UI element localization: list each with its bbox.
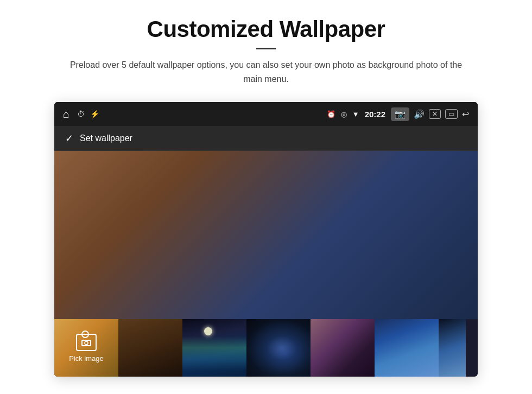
usb-icon: ⚡ (90, 110, 99, 118)
wallpaper-thumb-5[interactable] (375, 319, 439, 377)
location-icon: ◎ (341, 110, 347, 118)
svg-point-1 (85, 341, 88, 345)
status-bar-right: ⏰ ◎ ▼ 20:22 📷 🔊 ✕ ▭ ↩ (327, 107, 469, 121)
home-icon[interactable]: ⌂ (63, 108, 69, 120)
device-frame: ⌂ ⏱ ⚡ ⏰ ◎ ▼ 20:22 📷 🔊 ✕ ▭ ↩ ✓ Set wal (54, 102, 478, 377)
thumbnail-strip: Pick image (54, 319, 478, 377)
page-header: Customized Wallpaper Preload over 5 defa… (0, 0, 532, 94)
wifi-icon: ▼ (352, 110, 359, 118)
pick-image-icon (76, 334, 97, 351)
set-wallpaper-label: Set wallpaper (80, 134, 132, 143)
galaxy-overlay (246, 319, 311, 377)
page-subtitle: Preload over 5 default wallpaper options… (60, 58, 472, 86)
wallpaper-preview (54, 151, 478, 319)
close-icon[interactable]: ✕ (429, 109, 441, 119)
wallpaper-thumb-4[interactable] (311, 319, 375, 377)
wallpaper-thumb-6[interactable] (439, 319, 466, 377)
volume-icon[interactable]: 🔊 (414, 109, 425, 119)
clock-icon: ⏱ (77, 110, 85, 118)
wallpaper-thumb-3[interactable] (246, 319, 311, 377)
action-bar: ✓ Set wallpaper (54, 126, 478, 151)
status-time: 20:22 (365, 110, 385, 119)
wallpaper-thumb-1[interactable] (118, 319, 182, 377)
status-action-icons: 📷 🔊 ✕ ▭ ↩ (391, 107, 469, 121)
page-title: Customized Wallpaper (33, 16, 499, 42)
pick-image-thumb[interactable]: Pick image (54, 319, 118, 377)
pick-image-label: Pick image (69, 354, 104, 363)
camera-icon: 📷 (395, 109, 406, 119)
aurora-overlay (182, 319, 246, 377)
status-bar-left: ⌂ ⏱ ⚡ (63, 108, 99, 120)
alarm-icon: ⏰ (327, 110, 335, 118)
status-bar: ⌂ ⏱ ⚡ ⏰ ◎ ▼ 20:22 📷 🔊 ✕ ▭ ↩ (54, 102, 478, 126)
confirm-checkmark[interactable]: ✓ (65, 132, 73, 144)
wallpaper-thumb-2[interactable] (182, 319, 246, 377)
camera-button[interactable]: 📷 (391, 107, 409, 121)
status-icons-left: ⏱ ⚡ (77, 110, 99, 118)
window-icon[interactable]: ▭ (445, 109, 458, 119)
title-divider (256, 48, 276, 49)
back-icon[interactable]: ↩ (462, 109, 469, 119)
